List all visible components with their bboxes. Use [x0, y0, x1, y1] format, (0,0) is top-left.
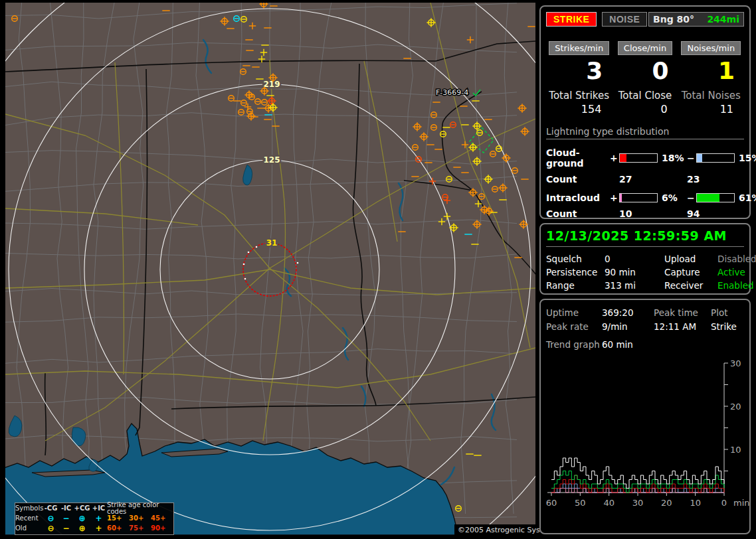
map-canvas: 31125219F-3669-4 — [5, 3, 535, 535]
cg-pos-bar — [619, 153, 658, 163]
noises-per-min-chip: Noises/min — [681, 41, 741, 55]
cg-neg-bar — [696, 153, 735, 163]
peak-rate-label: Peak rate — [546, 321, 602, 332]
legend-symbols-label: Symbols — [15, 505, 43, 512]
datetime-display: 12/13/2025 12:59:59 AM — [546, 228, 744, 243]
ic-neg-bar — [696, 193, 735, 202]
capture-label: Capture — [664, 267, 717, 277]
svg-text:219: 219 — [263, 80, 280, 89]
recent-ic-pos-icon: + — [90, 514, 107, 522]
svg-text:F-3669-4: F-3669-4 — [436, 88, 468, 97]
session-grid: Uptime 369:20 Peak time Plot Peak rate 9… — [546, 305, 744, 333]
legend-age-title: Strike age color codes — [107, 502, 171, 515]
age-30: 30+ — [129, 515, 151, 522]
noises-per-min-value: 1 — [678, 58, 744, 84]
plot-value: Strike — [711, 321, 744, 332]
recent-cg-pos-icon: ⊕ — [74, 514, 90, 522]
total-close-value: 0 — [612, 103, 678, 116]
trend-section: Uptime 369:20 Peak time Plot Peak rate 9… — [539, 299, 751, 534]
trend-graph-label: Trend graph — [546, 339, 602, 350]
cg-neg-count: 23 — [687, 174, 756, 185]
minus-sign: − — [687, 153, 696, 163]
ic-neg-pct: 61% — [735, 193, 756, 203]
plus-sign: + — [610, 193, 619, 203]
minus-sign: − — [687, 193, 696, 203]
range-value: 313 mi — [605, 280, 664, 291]
count-label: Count — [546, 208, 610, 219]
cloud-ground-label: Cloud-ground — [546, 147, 610, 169]
peak-rate-value: 9/min — [602, 321, 654, 332]
bearing-range: 244mi — [707, 14, 739, 25]
strikes-per-min-chip: Strikes/min — [549, 41, 609, 55]
strike-mode-button[interactable]: STRIKE — [546, 12, 597, 27]
intracloud-count-row: Count 10 94 — [546, 208, 744, 219]
plot-label: Plot — [711, 307, 744, 318]
age-45: 45+ — [151, 515, 171, 522]
plus-sign: + — [610, 153, 619, 163]
persistence-label: Persistence — [546, 267, 605, 277]
noise-mode-button[interactable]: NOISE — [602, 12, 647, 27]
cloud-ground-row: Cloud-ground + 18% − 15% — [546, 147, 744, 169]
svg-text:60: 60 — [546, 498, 557, 508]
age-15: 15+ — [107, 515, 129, 522]
total-noises-label: Total Noises — [678, 90, 744, 102]
upload-label: Upload — [664, 254, 717, 264]
svg-text:20: 20 — [730, 402, 741, 412]
count-label: Count — [546, 174, 610, 185]
svg-text:30: 30 — [730, 360, 741, 368]
persistence-value: 90 min — [605, 267, 664, 277]
svg-text:min: min — [733, 498, 749, 508]
uptime-value: 369:20 — [602, 307, 654, 318]
old-cg-neg-icon: ⊖ — [43, 524, 58, 532]
cg-pos-pct: 18% — [658, 153, 687, 163]
status-section: 12/13/2025 12:59:59 AM Squelch 0 Upload … — [539, 223, 751, 295]
mode-toolbar: STRIKE NOISE Bng 80° 244mi — [546, 12, 744, 27]
old-cg-pos-icon: ⊕ — [74, 524, 90, 532]
distribution-title: Lightning type distribution — [546, 126, 744, 139]
receiver-status: Enabled — [717, 280, 756, 291]
lightning-map[interactable]: 31125219F-3669-4 Symbols -CG -IC +CG +IC… — [5, 3, 535, 535]
svg-text:31: 31 — [266, 238, 278, 248]
intracloud-row: Intracloud + 6% − 61% — [546, 193, 744, 203]
bearing-label: Bng 80° — [653, 14, 694, 25]
recent-cg-neg-icon: ⊖ — [43, 514, 58, 522]
receiver-label: Receiver — [664, 280, 717, 291]
bearing-readout: Bng 80° 244mi — [648, 12, 744, 27]
svg-text:50: 50 — [575, 498, 586, 508]
svg-text:40: 40 — [603, 498, 614, 508]
upload-status: Disabled — [717, 254, 756, 264]
lightning-tracker-app: 31125219F-3669-4 Symbols -CG -IC +CG +IC… — [0, 0, 756, 539]
range-label: Range — [546, 280, 605, 291]
ic-pos-pct: 6% — [658, 193, 687, 203]
recent-ic-neg-icon: − — [58, 514, 74, 522]
cg-pos-count: 27 — [619, 174, 687, 185]
trend-chart: 1020306050403020100min — [541, 360, 749, 532]
ic-pos-count: 10 — [619, 208, 687, 219]
trend-graph-row: Trend graph 60 min — [546, 339, 744, 350]
age-75: 75+ — [129, 525, 151, 532]
capture-status: Active — [717, 267, 756, 277]
peak-time-value: 12:11 AM — [654, 321, 711, 332]
ic-pos-bar — [619, 193, 658, 202]
total-strikes-label: Total Strikes — [546, 90, 612, 102]
trend-window-value: 60 min — [602, 339, 744, 350]
svg-text:30: 30 — [632, 498, 644, 508]
status-grid: Squelch 0 Upload Disabled Persistence 90… — [546, 252, 744, 292]
intracloud-label: Intracloud — [546, 193, 610, 203]
squelch-value: 0 — [605, 254, 664, 264]
legend-col-pcg: +CG — [74, 505, 90, 512]
strikes-per-min-value: 3 — [546, 58, 612, 84]
uptime-label: Uptime — [546, 307, 602, 318]
divider — [546, 246, 744, 247]
close-per-min-value: 0 — [612, 58, 678, 84]
svg-text:10: 10 — [690, 498, 701, 508]
age-90: 90+ — [151, 525, 171, 532]
cg-neg-pct: 15% — [735, 153, 756, 163]
svg-text:125: 125 — [263, 155, 280, 165]
old-ic-neg-icon: − — [58, 524, 74, 532]
svg-text:10: 10 — [730, 445, 741, 455]
old-ic-pos-icon: + — [90, 524, 107, 532]
total-strikes-value: 154 — [546, 103, 612, 116]
legend-col-pic: +IC — [90, 505, 107, 512]
legend-old-label: Old — [15, 525, 43, 532]
